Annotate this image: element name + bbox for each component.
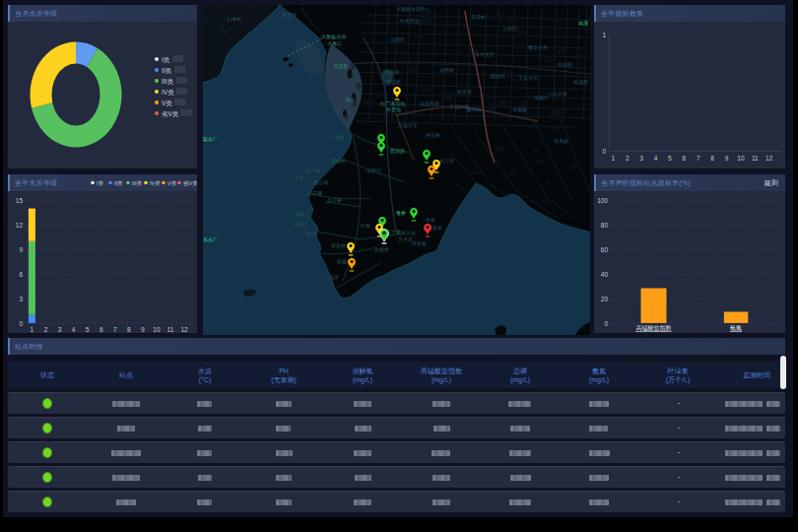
svg-text:氨氮: 氨氮 <box>730 324 742 331</box>
svg-text:6: 6 <box>682 155 686 162</box>
svg-text:劣V类: 劣V类 <box>183 180 197 187</box>
svg-text:7: 7 <box>113 326 117 333</box>
svg-text:吴都叶: 吴都叶 <box>534 95 549 101</box>
svg-text:吴都路: 吴都路 <box>512 106 527 113</box>
svg-text:高浪路: 高浪路 <box>558 61 572 68</box>
svg-text:8: 8 <box>127 326 131 333</box>
svg-text:中袁西路: 中袁西路 <box>400 18 420 25</box>
svg-text:沿西街: 沿西街 <box>366 167 381 174</box>
svg-text:40: 40 <box>601 271 609 278</box>
svg-text:高浪: 高浪 <box>578 20 588 27</box>
svg-text:超南街: 超南街 <box>491 73 505 80</box>
svg-text:10: 10 <box>737 155 745 162</box>
svg-text:立信大道: 立信大道 <box>449 103 469 110</box>
svg-text:滨湖区: 滨湖区 <box>390 36 405 43</box>
svg-text:高兰珠: 高兰珠 <box>439 158 454 164</box>
svg-text:尉家亲: 尉家亲 <box>457 89 472 95</box>
svg-text:艺术宫: 艺术宫 <box>398 236 413 242</box>
svg-text:3: 3 <box>639 155 643 162</box>
svg-text:科普馆: 科普馆 <box>386 106 401 113</box>
svg-text:大渔: 大渔 <box>294 174 303 180</box>
svg-text:I类: I类 <box>162 56 170 63</box>
svg-text:守信桥: 守信桥 <box>386 79 401 86</box>
svg-text:宋兴文化: 宋兴文化 <box>396 230 416 236</box>
svg-text:3: 3 <box>58 326 62 333</box>
svg-text:鱼桥: 鱼桥 <box>426 217 435 223</box>
svg-text:小日在桥: 小日在桥 <box>548 91 567 98</box>
svg-text:渔港路: 渔港路 <box>282 12 297 19</box>
svg-text:低港里: 低港里 <box>333 63 348 70</box>
svg-text:乌鑫湖: 乌鑫湖 <box>384 69 399 75</box>
svg-text:10: 10 <box>153 326 161 333</box>
svg-text:9: 9 <box>725 155 729 162</box>
svg-text:1: 1 <box>31 326 34 333</box>
svg-text:15: 15 <box>16 197 24 204</box>
svg-text:II类: II类 <box>162 67 172 74</box>
svg-text:III类: III类 <box>162 78 173 85</box>
svg-text:东泰上: 东泰上 <box>296 211 310 217</box>
svg-text:4: 4 <box>72 326 76 333</box>
svg-text:4: 4 <box>654 155 658 162</box>
svg-text:叶春: 叶春 <box>361 223 370 229</box>
svg-text:0: 0 <box>602 148 606 155</box>
svg-text:吉杨桥: 吉杨桥 <box>374 246 389 253</box>
svg-text:白石磯: 白石磯 <box>307 190 322 197</box>
svg-text:园润路: 园润路 <box>390 148 405 155</box>
svg-text:IV类: IV类 <box>162 89 174 96</box>
svg-text:雅安大桥: 雅安大桥 <box>528 44 548 51</box>
svg-text:1: 1 <box>602 32 606 38</box>
svg-text:11: 11 <box>167 326 174 333</box>
svg-text:11: 11 <box>752 155 759 162</box>
svg-text:9: 9 <box>141 326 145 333</box>
svg-text:III类: III类 <box>132 180 143 186</box>
svg-text:I类: I类 <box>97 180 104 186</box>
svg-text:8: 8 <box>710 155 714 162</box>
svg-text:大雅鑫乡湖: 大雅鑫乡湖 <box>321 33 346 40</box>
svg-text:12: 12 <box>16 222 24 229</box>
svg-text:3: 3 <box>19 296 23 302</box>
svg-text:大雅口: 大雅口 <box>327 40 342 47</box>
svg-text:7: 7 <box>697 155 700 162</box>
svg-text:薛家里: 薛家里 <box>412 240 427 246</box>
svg-text:5: 5 <box>668 155 672 162</box>
svg-text:劣V类: 劣V类 <box>162 110 179 118</box>
svg-text:2: 2 <box>626 155 630 162</box>
svg-text:高市略: 高市略 <box>327 197 342 203</box>
svg-text:6: 6 <box>19 271 23 278</box>
svg-text:袁中北区: 袁中北区 <box>475 51 495 58</box>
svg-text:20: 20 <box>601 296 609 302</box>
svg-text:杭场路: 杭场路 <box>572 79 588 86</box>
svg-text:9: 9 <box>19 246 23 253</box>
svg-text:大雅新体育中心: 大雅新体育中心 <box>396 6 431 13</box>
svg-text:V类: V类 <box>162 100 172 106</box>
svg-text:采捷村: 采捷村 <box>331 242 346 249</box>
svg-text:江南大学: 江南大学 <box>398 122 418 129</box>
svg-text:6: 6 <box>100 326 103 333</box>
svg-text:东维桥: 东维桥 <box>439 67 454 73</box>
svg-text:80: 80 <box>601 222 609 229</box>
svg-text:0: 0 <box>19 320 23 327</box>
svg-text:陈水厂: 陈水厂 <box>203 136 218 143</box>
svg-text:寿安桥: 寿安桥 <box>426 132 440 138</box>
svg-text:II类: II类 <box>114 180 123 186</box>
svg-text:高浪西路: 高浪西路 <box>420 100 439 107</box>
svg-text:公望街: 公望街 <box>502 26 517 33</box>
svg-text:高锰酸盐指数: 高锰酸盐指数 <box>636 324 672 332</box>
svg-text:重杨村: 重杨村 <box>331 158 346 165</box>
svg-text:东水厂: 东水厂 <box>203 236 218 242</box>
svg-text:赤山湖: 赤山湖 <box>312 179 328 186</box>
svg-text:0: 0 <box>604 320 608 327</box>
svg-text:5: 5 <box>86 326 90 333</box>
svg-text:12: 12 <box>180 326 188 333</box>
svg-text:吴凤路: 吴凤路 <box>554 138 568 144</box>
svg-text:天安大街: 天安大街 <box>518 75 538 82</box>
svg-text:五星村: 五星村 <box>471 14 486 21</box>
svg-text:丁浦道: 丁浦道 <box>301 231 316 237</box>
svg-text:60: 60 <box>601 246 609 253</box>
svg-text:水厂峪: 水厂峪 <box>305 167 320 173</box>
svg-text:2: 2 <box>44 326 48 333</box>
svg-text:100: 100 <box>597 197 608 204</box>
svg-text:IV类: IV类 <box>150 180 161 186</box>
svg-text:青桥: 青桥 <box>396 210 406 216</box>
svg-text:V类: V类 <box>167 180 177 186</box>
